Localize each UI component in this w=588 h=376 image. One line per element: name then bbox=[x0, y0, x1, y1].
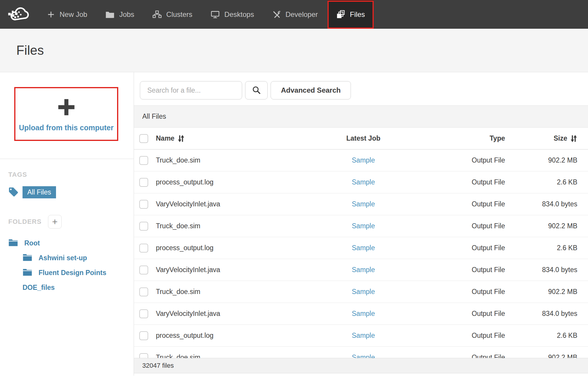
file-size: 834.0 bytes bbox=[517, 200, 588, 208]
cloud-logo-icon bbox=[7, 5, 31, 24]
folder-tree: Root Ashwini set-up Fluent Design Points bbox=[8, 236, 128, 295]
latest-job-link[interactable]: Sample bbox=[352, 222, 375, 230]
column-header-name[interactable]: Name bbox=[156, 134, 175, 142]
main-panel: Advanced Search All Files Name Latest Jo… bbox=[134, 72, 588, 376]
top-nav: New Job Jobs Clusters bbox=[0, 0, 588, 29]
column-header-type[interactable]: Type bbox=[423, 134, 517, 142]
row-checkbox[interactable] bbox=[139, 200, 148, 209]
advanced-search-button[interactable]: Advanced Search bbox=[271, 81, 351, 99]
brand-logo[interactable] bbox=[0, 0, 38, 29]
latest-job-link[interactable]: Sample bbox=[352, 332, 375, 339]
sidebar: Upload from this computer TAGS All Files bbox=[0, 72, 134, 376]
search-input[interactable] bbox=[140, 81, 242, 99]
select-all-checkbox[interactable] bbox=[139, 134, 148, 143]
sort-icon[interactable] bbox=[178, 135, 185, 142]
file-size: 834.0 bytes bbox=[517, 266, 588, 274]
folder-label: Ashwini set-up bbox=[39, 254, 87, 262]
file-type: Output File bbox=[423, 310, 517, 318]
latest-job-link[interactable]: Sample bbox=[352, 244, 375, 252]
row-checkbox[interactable] bbox=[139, 244, 148, 253]
content-area: Upload from this computer TAGS All Files bbox=[0, 72, 588, 376]
file-size: 902.2 MB bbox=[517, 353, 588, 358]
app-window: New Job Jobs Clusters bbox=[0, 0, 588, 376]
folder-label: DOE_files bbox=[23, 284, 55, 292]
folder-item-fluent-design-points[interactable]: Fluent Design Points bbox=[8, 265, 128, 280]
search-icon bbox=[252, 86, 261, 95]
file-type: Output File bbox=[423, 288, 517, 296]
file-search-toolbar: Advanced Search bbox=[134, 72, 588, 99]
tags-heading: TAGS bbox=[8, 171, 128, 179]
file-size: 2.6 KB bbox=[517, 178, 588, 186]
file-type: Output File bbox=[423, 156, 517, 164]
column-header-size[interactable]: Size bbox=[554, 134, 567, 142]
file-type: Output File bbox=[423, 244, 517, 252]
file-name: VaryVelocityInlet.java bbox=[156, 200, 304, 208]
upload-label: Upload from this computer bbox=[19, 123, 114, 132]
row-checkbox[interactable] bbox=[139, 331, 148, 340]
latest-job-link[interactable]: Sample bbox=[352, 353, 375, 358]
add-folder-button[interactable]: + bbox=[48, 215, 62, 229]
cluster-icon bbox=[153, 10, 162, 19]
table-row: process_output.log Sample Output File 2.… bbox=[134, 237, 588, 259]
table-row: VaryVelocityInlet.java Sample Output Fil… bbox=[134, 303, 588, 325]
folder-label: Fluent Design Points bbox=[39, 269, 106, 277]
file-name: Truck_doe.sim bbox=[156, 288, 304, 296]
nav-item-developer[interactable]: Developer bbox=[263, 0, 327, 29]
desktop-icon bbox=[211, 10, 220, 19]
file-type: Output File bbox=[423, 332, 517, 340]
row-checkbox[interactable] bbox=[139, 222, 148, 231]
nav-item-jobs[interactable]: Jobs bbox=[97, 0, 143, 29]
latest-job-link[interactable]: Sample bbox=[352, 200, 375, 208]
folder-item-ashwini-set-up[interactable]: Ashwini set-up bbox=[8, 250, 128, 265]
nav-item-label: Desktops bbox=[224, 10, 254, 19]
tag-chip-label[interactable]: All Files bbox=[23, 186, 56, 198]
row-checkbox[interactable] bbox=[139, 309, 148, 318]
folder-item-doe-files[interactable]: DOE_files bbox=[8, 280, 128, 295]
file-table-body: Truck_doe.sim Sample Output File 902.2 M… bbox=[134, 150, 588, 358]
latest-job-link[interactable]: Sample bbox=[352, 266, 375, 274]
column-header-latest-job[interactable]: Latest Job bbox=[304, 134, 423, 142]
file-type: Output File bbox=[423, 178, 517, 186]
row-checkbox[interactable] bbox=[139, 156, 148, 165]
row-checkbox[interactable] bbox=[139, 178, 148, 187]
latest-job-link[interactable]: Sample bbox=[352, 310, 375, 317]
row-checkbox[interactable] bbox=[139, 287, 148, 296]
nav-item-desktops[interactable]: Desktops bbox=[202, 0, 263, 29]
folder-label: Root bbox=[24, 239, 40, 247]
row-checkbox[interactable] bbox=[139, 353, 148, 358]
file-type: Output File bbox=[423, 266, 517, 274]
latest-job-link[interactable]: Sample bbox=[352, 178, 375, 186]
file-name: process_output.log bbox=[156, 244, 304, 252]
file-name: Truck_doe.sim bbox=[156, 156, 304, 164]
file-size: 902.2 MB bbox=[517, 222, 588, 230]
file-name: VaryVelocityInlet.java bbox=[156, 266, 304, 274]
latest-job-link[interactable]: Sample bbox=[352, 156, 375, 164]
section-title-band: All Files bbox=[134, 105, 588, 128]
folder-item-root[interactable]: Root bbox=[8, 236, 128, 250]
nav-item-label: Jobs bbox=[119, 10, 134, 19]
table-row: process_output.log Sample Output File 2.… bbox=[134, 171, 588, 193]
file-name: process_output.log bbox=[156, 178, 304, 186]
nav-item-label: Developer bbox=[285, 10, 318, 19]
latest-job-link[interactable]: Sample bbox=[352, 288, 375, 295]
page-title: Files bbox=[16, 43, 44, 58]
table-row: Truck_doe.sim Sample Output File 902.2 M… bbox=[134, 347, 588, 358]
file-name: Truck_doe.sim bbox=[156, 222, 304, 230]
file-size: 2.6 KB bbox=[517, 244, 588, 252]
table-header-row: Name Latest Job Type Size bbox=[134, 128, 588, 150]
table-row: Truck_doe.sim Sample Output File 902.2 M… bbox=[134, 215, 588, 237]
files-icon bbox=[336, 10, 345, 19]
nav-item-clusters[interactable]: Clusters bbox=[144, 0, 201, 29]
row-checkbox[interactable] bbox=[139, 266, 148, 274]
file-size: 2.6 KB bbox=[517, 332, 588, 340]
tag-all-files[interactable]: All Files bbox=[8, 186, 128, 198]
sort-icon[interactable] bbox=[570, 135, 577, 142]
nav-item-files[interactable]: Files bbox=[327, 0, 374, 29]
nav-item-label: Files bbox=[350, 10, 365, 19]
nav-item-new-job[interactable]: New Job bbox=[38, 0, 96, 29]
table-row: VaryVelocityInlet.java Sample Output Fil… bbox=[134, 193, 588, 215]
plus-icon bbox=[55, 96, 77, 119]
upload-from-computer-button[interactable]: Upload from this computer bbox=[14, 87, 118, 141]
table-row: process_output.log Sample Output File 2.… bbox=[134, 325, 588, 347]
search-button[interactable] bbox=[245, 81, 268, 99]
